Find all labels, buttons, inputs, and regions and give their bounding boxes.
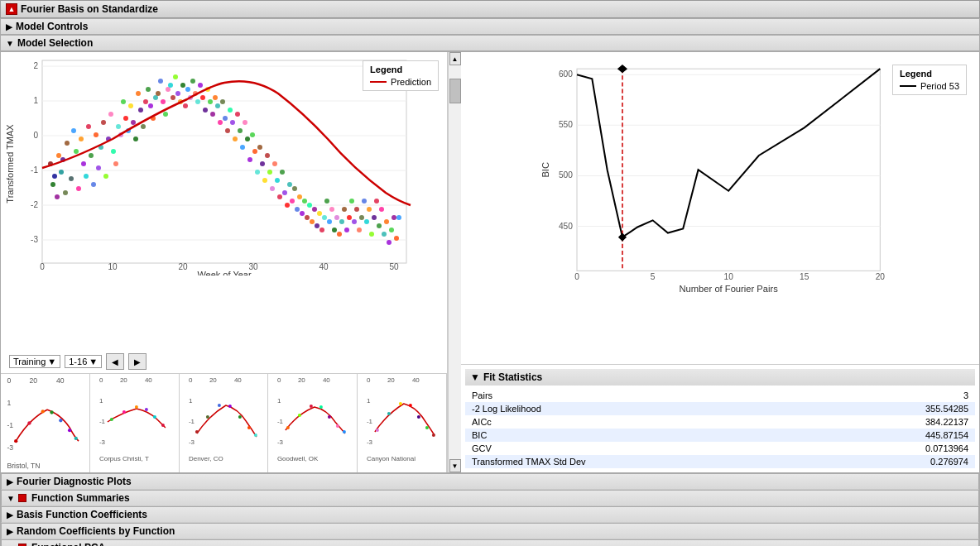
svg-text:Denver, CO: Denver, CO bbox=[188, 455, 223, 462]
scatter-legend-item: Prediction bbox=[370, 77, 431, 87]
svg-point-71 bbox=[171, 95, 175, 100]
svg-text:-3: -3 bbox=[367, 438, 373, 446]
left-panel: Transformed TMAX 2 1 0 -1 -2 -3 0 10 20 bbox=[1, 52, 448, 472]
model-selection-header[interactable]: ▼ Model Selection bbox=[0, 35, 980, 51]
svg-text:-3: -3 bbox=[277, 438, 284, 446]
svg-point-43 bbox=[101, 120, 106, 125]
main-content: Transformed TMAX 2 1 0 -1 -2 -3 0 10 20 bbox=[0, 51, 980, 473]
svg-point-138 bbox=[337, 232, 342, 237]
bottom-section-0[interactable]: ▶Fourier Diagnostic Plots bbox=[1, 473, 979, 490]
svg-rect-0 bbox=[42, 60, 406, 263]
bottom-section-indicator-1 bbox=[18, 494, 26, 502]
svg-text:550: 550 bbox=[559, 120, 573, 129]
svg-point-185 bbox=[135, 405, 138, 409]
svg-text:20: 20 bbox=[120, 376, 127, 384]
bottom-section-1[interactable]: ▼Function Summaries bbox=[1, 490, 979, 506]
svg-point-86 bbox=[208, 99, 213, 104]
svg-point-106 bbox=[257, 145, 262, 150]
svg-point-33 bbox=[76, 186, 81, 191]
collapse-button[interactable]: ▲ bbox=[6, 3, 17, 15]
svg-point-171 bbox=[41, 410, 45, 413]
svg-point-115 bbox=[280, 170, 285, 175]
svg-text:Week of Year: Week of Year bbox=[197, 270, 252, 275]
svg-point-184 bbox=[122, 410, 126, 414]
svg-text:Bristol, TN: Bristol, TN bbox=[7, 462, 40, 470]
svg-text:-3: -3 bbox=[7, 443, 13, 452]
svg-point-77 bbox=[185, 87, 190, 92]
svg-text:20: 20 bbox=[178, 262, 188, 271]
scroll-thumb[interactable] bbox=[449, 79, 461, 103]
svg-point-136 bbox=[332, 228, 337, 232]
svg-point-111 bbox=[270, 186, 275, 191]
svg-point-170 bbox=[27, 421, 31, 424]
svg-text:-3: -3 bbox=[99, 438, 106, 446]
svg-point-105 bbox=[255, 170, 260, 175]
bic-chart-area: BIC 600 550 500 450 0 5 10 15 20 Number … bbox=[461, 52, 979, 364]
svg-point-61 bbox=[146, 87, 151, 92]
svg-point-148 bbox=[362, 199, 367, 204]
svg-point-214 bbox=[328, 415, 331, 419]
bottom-section-3[interactable]: ▶Random Coefficients by Function bbox=[1, 523, 979, 539]
svg-point-159 bbox=[389, 228, 394, 232]
svg-point-32 bbox=[74, 149, 79, 154]
back-button[interactable]: ◀ bbox=[106, 353, 124, 370]
svg-text:450: 450 bbox=[559, 222, 573, 231]
small-chart-canyon: 0 20 40 1 -1 -3 Canyon National bbox=[358, 374, 447, 472]
svg-point-226 bbox=[399, 402, 402, 405]
svg-text:-1: -1 bbox=[31, 165, 38, 175]
svg-point-84 bbox=[203, 108, 208, 113]
forward-button[interactable]: ▶ bbox=[128, 353, 147, 370]
svg-text:20: 20 bbox=[298, 376, 305, 384]
svg-point-215 bbox=[336, 424, 339, 428]
fit-stats-arrow: ▼ bbox=[470, 371, 480, 383]
range-dropdown[interactable]: 1-16 ▼ bbox=[65, 355, 102, 368]
fit-stat-label: GCV bbox=[465, 442, 819, 455]
svg-point-35 bbox=[81, 161, 86, 166]
svg-point-100 bbox=[243, 120, 247, 125]
svg-text:15: 15 bbox=[800, 272, 809, 281]
fit-stat-value: 3 bbox=[819, 389, 975, 402]
svg-text:0: 0 bbox=[188, 376, 192, 384]
svg-point-225 bbox=[387, 412, 391, 415]
svg-text:20: 20 bbox=[209, 376, 216, 384]
svg-point-91 bbox=[220, 99, 225, 104]
svg-text:1: 1 bbox=[188, 397, 192, 405]
model-controls-header[interactable]: ▶ Model Controls bbox=[0, 18, 980, 35]
svg-point-39 bbox=[91, 182, 96, 187]
svg-point-47 bbox=[111, 149, 116, 154]
training-dropdown[interactable]: Training ▼ bbox=[9, 355, 60, 368]
svg-point-96 bbox=[233, 136, 238, 141]
svg-point-102 bbox=[247, 157, 252, 162]
svg-point-52 bbox=[123, 116, 128, 121]
small-chart-goodwell: 0 20 40 1 -1 -3 Goodwell, OK bbox=[268, 374, 358, 472]
bottom-section-label-4: Functional PCA bbox=[31, 542, 105, 546]
fit-stat-value: 0.0713964 bbox=[819, 442, 975, 455]
svg-point-64 bbox=[153, 95, 158, 100]
vertical-scrollbar[interactable]: ▲ ▼ bbox=[448, 52, 461, 472]
svg-point-101 bbox=[245, 136, 250, 141]
model-selection-label: Model Selection bbox=[17, 37, 93, 49]
svg-point-38 bbox=[89, 153, 94, 158]
svg-point-122 bbox=[297, 194, 302, 199]
bottom-section-4[interactable]: ▼Functional PCA bbox=[1, 539, 979, 546]
fit-statistics: ▼ Fit Statistics Pairs3-2 Log Likelihood… bbox=[461, 364, 979, 472]
small-chart-corpus: 0 20 40 1 -1 -3 Corpus Christi, T bbox=[90, 374, 180, 472]
svg-text:20: 20 bbox=[387, 376, 395, 384]
bic-legend-title: Legend bbox=[900, 69, 959, 79]
svg-point-131 bbox=[319, 228, 324, 232]
svg-point-110 bbox=[267, 170, 272, 175]
svg-point-23 bbox=[52, 174, 57, 179]
svg-point-58 bbox=[138, 108, 143, 113]
scroll-down-arrow[interactable]: ▼ bbox=[449, 459, 461, 472]
svg-text:40: 40 bbox=[323, 376, 330, 384]
svg-text:0: 0 bbox=[33, 131, 38, 140]
scatter-legend: Legend Prediction bbox=[363, 60, 439, 91]
bottom-section-2[interactable]: ▶Basis Function Coefficients bbox=[1, 506, 979, 523]
bottom-section-arrow-1: ▼ bbox=[7, 494, 15, 503]
svg-point-135 bbox=[329, 207, 334, 212]
svg-point-108 bbox=[262, 178, 267, 183]
bottom-section-arrow-3: ▶ bbox=[7, 527, 13, 536]
svg-point-59 bbox=[141, 124, 146, 129]
svg-point-103 bbox=[250, 132, 255, 137]
scroll-up-arrow[interactable]: ▲ bbox=[449, 52, 461, 65]
